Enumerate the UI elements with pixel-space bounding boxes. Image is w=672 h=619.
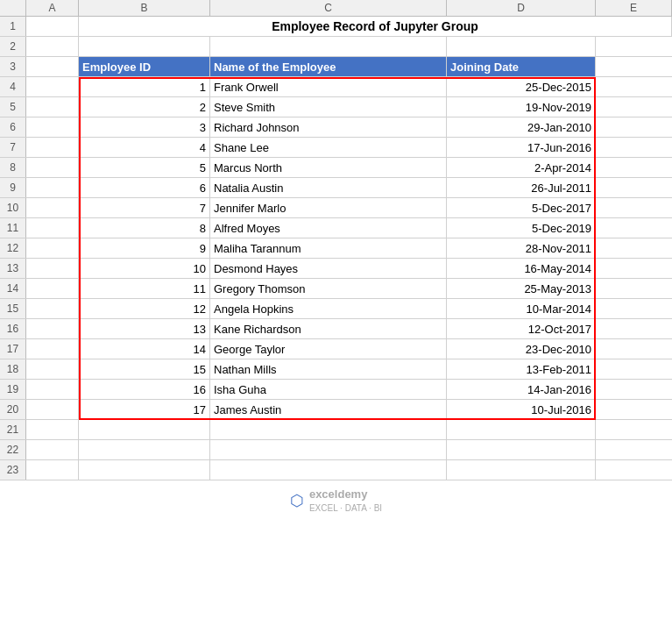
cell-a9 [26, 178, 79, 197]
row-num-16: 16 [0, 319, 26, 338]
cell-a4 [26, 77, 79, 96]
cell-empid-12: 9 [79, 238, 210, 258]
cell-a18 [26, 359, 79, 379]
cell-e13 [596, 259, 672, 278]
cell-name-13: Desmond Hayes [210, 259, 447, 278]
cell-a1 [26, 17, 79, 36]
cell-date-8: 2-Apr-2014 [447, 158, 596, 177]
spreadsheet: A B C D E 1 Employee Record of Jupyter G… [0, 0, 672, 619]
row-15: 15 12 Angela Hopkins 10-Mar-2014 [0, 299, 672, 319]
cell-e8 [596, 158, 672, 177]
cell-a23 [26, 460, 79, 480]
cell-e9 [596, 178, 672, 197]
watermark-area: ⬡ exceldemy EXCEL · DATA · BI [0, 480, 672, 521]
cell-c23 [210, 460, 447, 480]
cell-empid-19: 16 [79, 380, 210, 399]
row-11: 11 8 Alfred Moyes 5-Dec-2019 [0, 218, 672, 238]
cell-empid-8: 5 [79, 158, 210, 177]
header-empid-label: Employee ID [82, 60, 151, 74]
cell-e11 [596, 218, 672, 238]
cell-name-4: Frank Orwell [210, 77, 447, 96]
row-num-12: 12 [0, 238, 26, 258]
data-rows: 4 1 Frank Orwell 25-Dec-2015 5 2 Steve S… [0, 77, 672, 420]
empty-rows: 21 22 23 [0, 420, 672, 480]
cell-e16 [596, 319, 672, 338]
cell-name-16: Kane Richardson [210, 319, 447, 338]
row-2: 2 [0, 37, 672, 57]
row-7: 7 4 Shane Lee 17-Jun-2016 [0, 138, 672, 158]
row-10: 10 7 Jennifer Marlo 5-Dec-2017 [0, 198, 672, 218]
cell-empid-18: 15 [79, 359, 210, 379]
cell-date-17: 23-Dec-2010 [447, 339, 596, 359]
cell-name-5: Steve Smith [210, 97, 447, 117]
cell-date-9: 26-Jul-2011 [447, 178, 596, 197]
row-9: 9 6 Natalia Austin 26-Jul-2011 [0, 178, 672, 198]
row-18: 18 15 Nathan Mills 13-Feb-2011 [0, 359, 672, 380]
cell-a5 [26, 97, 79, 117]
row-num-14: 14 [0, 279, 26, 298]
cell-name-15: Angela Hopkins [210, 299, 447, 318]
cell-e12 [596, 238, 672, 258]
cell-a22 [26, 440, 79, 459]
rows-wrapper: 1 Employee Record of Jupyter Group 2 3 E… [0, 17, 672, 480]
cell-header-empid: Employee ID [79, 57, 210, 76]
cell-d2 [447, 37, 596, 56]
cell-empid-15: 12 [79, 299, 210, 318]
cell-empid-13: 10 [79, 259, 210, 278]
cell-empid-6: 3 [79, 117, 210, 137]
row-num-11: 11 [0, 218, 26, 238]
col-header-b: B [79, 0, 210, 16]
cell-date-12: 28-Nov-2011 [447, 238, 596, 258]
cell-a17 [26, 339, 79, 359]
cell-date-10: 5-Dec-2017 [447, 198, 596, 217]
cell-e18 [596, 359, 672, 379]
cell-name-14: Gregory Thomson [210, 279, 447, 298]
cell-a10 [26, 198, 79, 217]
row-num-20: 20 [0, 400, 26, 419]
row-num-19: 19 [0, 380, 26, 399]
cell-a19 [26, 380, 79, 399]
col-header-c: C [210, 0, 447, 16]
cell-e2 [596, 37, 672, 56]
spreadsheet-title: Employee Record of Jupyter Group [82, 19, 668, 33]
row-23: 23 [0, 460, 672, 480]
cell-header-date: Joining Date [447, 57, 596, 76]
row-13: 13 10 Desmond Hayes 16-May-2014 [0, 259, 672, 279]
cell-e4 [596, 77, 672, 96]
cell-e20 [596, 400, 672, 419]
cell-name-6: Richard Johnson [210, 117, 447, 137]
row-14: 14 11 Gregory Thomson 25-May-2013 [0, 279, 672, 299]
cell-a2 [26, 37, 79, 56]
cell-name-19: Isha Guha [210, 380, 447, 399]
cell-date-14: 25-May-2013 [447, 279, 596, 298]
cell-date-6: 29-Jan-2010 [447, 117, 596, 137]
row-4: 4 1 Frank Orwell 25-Dec-2015 [0, 77, 672, 97]
row-num-21: 21 [0, 420, 26, 439]
cell-empid-16: 13 [79, 319, 210, 338]
row-num-23: 23 [0, 460, 26, 480]
cell-e7 [596, 138, 672, 157]
row-19: 19 16 Isha Guha 14-Jan-2016 [0, 380, 672, 400]
cell-a16 [26, 319, 79, 338]
cell-e3 [596, 57, 672, 76]
cell-date-20: 10-Jul-2016 [447, 400, 596, 419]
cell-c2 [210, 37, 447, 56]
cell-e17 [596, 339, 672, 359]
row-num-15: 15 [0, 299, 26, 318]
cell-a8 [26, 158, 79, 177]
row-12: 12 9 Maliha Tarannum 28-Nov-2011 [0, 238, 672, 259]
cell-date-15: 10-Mar-2014 [447, 299, 596, 318]
row-22: 22 [0, 440, 672, 460]
cell-name-11: Alfred Moyes [210, 218, 447, 238]
row-3: 3 Employee ID Name of the Employee Joini… [0, 57, 672, 77]
row-num-9: 9 [0, 178, 26, 197]
row-5: 5 2 Steve Smith 19-Nov-2019 [0, 97, 672, 117]
row-17: 17 14 George Taylor 23-Dec-2010 [0, 339, 672, 359]
cell-empid-10: 7 [79, 198, 210, 217]
cell-date-4: 25-Dec-2015 [447, 77, 596, 96]
cell-date-16: 12-Oct-2017 [447, 319, 596, 338]
cell-a3 [26, 57, 79, 76]
row-num-17: 17 [0, 339, 26, 359]
cell-date-5: 19-Nov-2019 [447, 97, 596, 117]
cell-empid-17: 14 [79, 339, 210, 359]
